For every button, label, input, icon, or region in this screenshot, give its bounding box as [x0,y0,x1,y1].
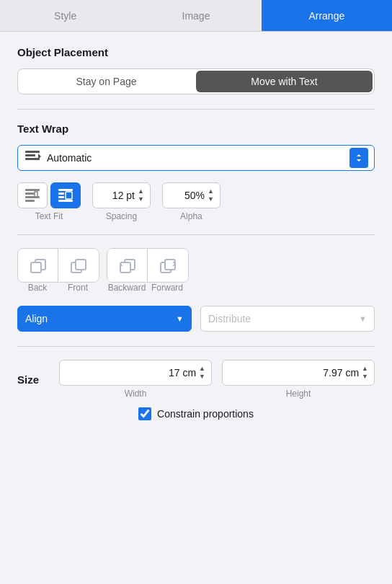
front-btn[interactable] [58,249,99,282]
size-fields: 17 cm ▲ ▼ Width 7.97 cm ▲ ▼ [59,360,375,399]
spacing-arrows: ▲ ▼ [136,187,146,203]
text-wrap-chevron-btn[interactable] [349,148,368,168]
alpha-field[interactable]: 50% ▲ ▼ [162,182,220,208]
spacing-input[interactable]: 12 pt [97,190,135,201]
tab-arrange[interactable]: Arrange [262,0,392,31]
svg-rect-19 [76,260,86,270]
height-up-btn[interactable]: ▲ [360,365,370,373]
backward-forward-group: Backward Forward [107,248,189,293]
alpha-group: 50% ▲ ▼ Alpha [162,182,220,221]
arrange-buttons-row: Back Front [17,248,375,293]
svg-rect-10 [25,200,35,202]
divider-1 [17,109,375,110]
alpha-label: Alpha [180,211,202,221]
svg-rect-21 [120,262,130,273]
back-front-group: Back Front [17,248,99,293]
align-label: Align [25,313,48,324]
svg-rect-7 [25,193,35,195]
width-up-btn[interactable]: ▲ [197,365,207,373]
divider-3 [17,346,375,347]
height-down-btn[interactable]: ▼ [360,373,370,381]
back-label: Back [17,283,58,293]
svg-rect-14 [58,196,64,198]
align-distribute-row: Align ▼ Distribute ▼ [17,306,375,332]
spacing-group: 12 pt ▲ ▼ Spacing [92,182,151,221]
distribute-label: Distribute [208,313,251,324]
svg-rect-9 [25,196,40,198]
text-wrap-value: Automatic [47,152,349,164]
tab-style[interactable]: Style [0,0,130,31]
spacing-down-btn[interactable]: ▼ [136,195,146,203]
distribute-dropdown[interactable]: Distribute ▼ [200,306,375,332]
height-arrows: ▲ ▼ [360,365,370,381]
tab-image[interactable]: Image [130,0,261,31]
svg-rect-17 [31,262,41,273]
constrain-checkbox[interactable] [138,407,151,420]
width-group: 17 cm ▲ ▼ Width [59,360,212,399]
backward-forward-labels: Backward Forward [107,283,187,293]
text-wrap-title: Text Wrap [17,123,375,135]
text-fit-btn-1[interactable] [17,182,48,208]
alpha-input[interactable]: 50% [167,190,205,201]
width-down-btn[interactable]: ▼ [197,373,207,381]
back-btn[interactable] [18,249,58,282]
svg-marker-5 [357,159,361,162]
text-wrap-section: Text Wrap Automatic [17,123,375,221]
width-field[interactable]: 17 cm ▲ ▼ [59,360,212,386]
alpha-arrows: ▲ ▼ [206,187,215,203]
divider-2 [17,234,375,235]
distribute-chevron-icon: ▼ [359,314,367,323]
object-placement-control: Stay on Page Move with Text [17,68,375,94]
alpha-up-btn[interactable]: ▲ [206,187,215,195]
text-fit-buttons [17,182,81,208]
size-section: Size 17 cm ▲ ▼ Width 7.97 cm [17,360,375,420]
front-label: Front [58,283,98,293]
forward-btn[interactable] [148,249,188,282]
text-fit-btn-2[interactable] [50,182,81,208]
text-fit-label: Text Fit [35,211,63,221]
text-wrap-icon [24,149,41,167]
width-input[interactable]: 17 cm [147,367,196,379]
height-input[interactable]: 7.97 cm [310,367,359,379]
height-field[interactable]: 7.97 cm ▲ ▼ [222,360,375,386]
spacing-field[interactable]: 12 pt ▲ ▼ [92,182,151,208]
stay-on-page-btn[interactable]: Stay on Page [18,69,195,94]
svg-rect-0 [25,151,40,153]
svg-rect-2 [25,158,40,160]
size-title: Size [17,373,49,386]
alpha-down-btn[interactable]: ▼ [206,195,215,203]
move-with-text-btn[interactable]: Move with Text [196,71,373,92]
spacing-up-btn[interactable]: ▲ [136,187,146,195]
svg-rect-23 [165,260,175,270]
constrain-label: Constrain proportions [157,408,254,420]
text-wrap-dropdown[interactable]: Automatic [17,145,375,171]
svg-rect-13 [66,192,72,199]
forward-label: Forward [147,283,187,293]
back-front-labels: Back Front [17,283,98,293]
spacing-label: Spacing [106,211,137,221]
text-fit-group: Text Fit [17,182,81,221]
svg-rect-15 [58,200,73,202]
height-group: 7.97 cm ▲ ▼ Height [222,360,375,399]
width-arrows: ▲ ▼ [197,365,207,381]
backward-label: Backward [107,283,147,293]
svg-rect-1 [25,154,35,156]
backward-btn[interactable] [107,249,148,282]
svg-marker-3 [38,154,41,159]
backward-forward-buttons [107,248,189,283]
arrange-panel: Object Placement Stay on Page Move with … [0,32,392,438]
height-label: Height [286,389,311,399]
svg-marker-4 [357,154,361,156]
svg-rect-11 [58,189,73,191]
text-wrap-select-row: Automatic [17,145,375,171]
back-front-buttons [17,248,99,283]
size-row: Size 17 cm ▲ ▼ Width 7.97 cm [17,360,375,399]
width-label: Width [125,389,147,399]
align-chevron-icon: ▼ [176,314,184,323]
svg-rect-6 [25,189,40,191]
svg-rect-12 [58,193,64,195]
align-dropdown[interactable]: Align ▼ [17,306,192,332]
object-placement-title: Object Placement [17,46,375,58]
constrain-row: Constrain proportions [17,407,375,420]
tab-bar: Style Image Arrange [0,0,392,32]
